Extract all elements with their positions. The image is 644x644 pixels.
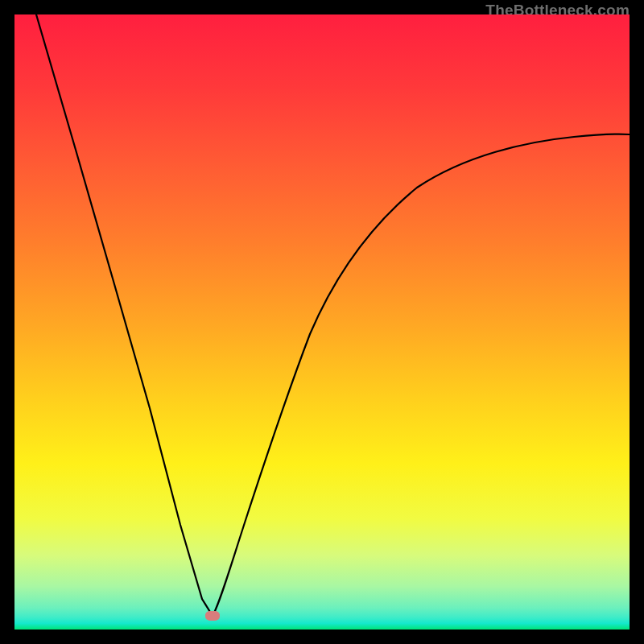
optimal-marker	[205, 611, 220, 621]
bottleneck-curve	[14, 14, 630, 630]
chart-root: TheBottleneck.com	[0, 0, 644, 644]
curve-left	[36, 14, 213, 616]
curve-right	[213, 134, 630, 616]
plot-area	[14, 14, 630, 630]
